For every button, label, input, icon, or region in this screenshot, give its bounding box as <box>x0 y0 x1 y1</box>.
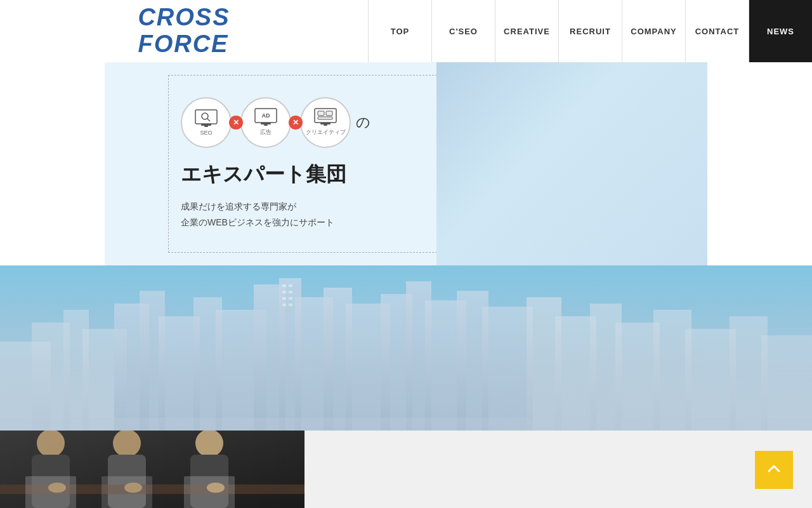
ad-icon-circle: AD 広告 <box>240 97 291 148</box>
main-nav: TOP C'SEO CREATIVE RECRUIT COMPANY CONTA… <box>368 0 812 62</box>
svg-point-84 <box>207 483 225 493</box>
svg-rect-67 <box>289 297 292 300</box>
svg-rect-14 <box>324 124 327 126</box>
desk-scene-svg <box>0 431 304 508</box>
svg-point-76 <box>195 431 223 457</box>
seo-label: SEO <box>200 130 212 136</box>
svg-rect-69 <box>289 304 292 306</box>
svg-rect-0 <box>195 110 217 124</box>
hands-desk-visual <box>0 431 304 508</box>
bottom-left-image <box>0 431 304 508</box>
hero-section: SEO ✕ AD 広告 ✕ <box>105 62 707 265</box>
svg-point-83 <box>124 483 142 493</box>
hero-right-image <box>436 62 708 265</box>
nav-cseo[interactable]: C'SEO <box>431 0 495 62</box>
nav-news[interactable]: NEWS <box>749 0 812 62</box>
svg-rect-10 <box>318 111 324 116</box>
nav-recruit[interactable]: RECRUIT <box>558 0 622 62</box>
svg-rect-11 <box>326 111 332 116</box>
svg-point-82 <box>48 483 66 493</box>
x-separator-2: ✕ <box>289 116 303 130</box>
svg-rect-64 <box>282 291 286 293</box>
svg-rect-63 <box>289 284 292 287</box>
logo: CROSS FORCE <box>138 4 230 58</box>
ad-label: 広告 <box>260 128 272 137</box>
creative-icon-circle: クリエイティブ <box>300 97 351 148</box>
svg-rect-66 <box>282 297 286 300</box>
hero-heading: エキスパート集団 <box>181 161 417 189</box>
nav-contact[interactable]: CONTACT <box>685 0 749 62</box>
svg-rect-4 <box>204 126 208 127</box>
svg-point-72 <box>37 431 65 457</box>
svg-rect-3 <box>201 124 211 126</box>
svg-rect-62 <box>282 284 286 287</box>
hero-subtext: 成果だけを追求する専門家が 企業のWEBビジネスを強力にサポート <box>181 199 417 231</box>
city-skyline-svg <box>0 265 812 431</box>
svg-rect-53 <box>482 307 533 431</box>
svg-rect-79 <box>25 476 76 508</box>
svg-rect-81 <box>184 476 235 508</box>
bottom-right-area <box>304 431 812 508</box>
svg-rect-70 <box>0 418 812 431</box>
service-icons-row: SEO ✕ AD 広告 ✕ <box>181 97 417 148</box>
svg-rect-13 <box>320 123 331 124</box>
svg-rect-59 <box>685 329 736 431</box>
header: CROSS FORCE TOP C'SEO CREATIVE RECRUIT C… <box>0 0 812 62</box>
scroll-top-icon <box>766 461 782 479</box>
x-separator-1: ✕ <box>229 116 243 130</box>
hero-left: SEO ✕ AD 広告 ✕ <box>105 62 436 265</box>
nav-company[interactable]: COMPANY <box>622 0 685 62</box>
nav-top[interactable]: TOP <box>368 0 431 62</box>
city-section <box>0 265 812 431</box>
svg-rect-80 <box>102 476 152 508</box>
svg-rect-65 <box>289 291 292 293</box>
svg-rect-68 <box>282 304 286 306</box>
seo-icon-circle: SEO <box>181 97 232 148</box>
bottom-section <box>0 431 812 508</box>
nav-creative[interactable]: CREATIVE <box>495 0 558 62</box>
connector-text: の <box>356 113 370 132</box>
hero-bg <box>436 62 708 265</box>
svg-text:AD: AD <box>262 112 270 119</box>
logo-area: CROSS FORCE <box>0 0 368 62</box>
creative-label: クリエイティブ <box>306 128 346 137</box>
svg-rect-57 <box>615 323 660 431</box>
svg-rect-8 <box>264 124 268 126</box>
scroll-top-button[interactable] <box>755 451 793 489</box>
svg-rect-61 <box>761 335 812 431</box>
svg-rect-7 <box>261 123 271 124</box>
svg-rect-12 <box>318 117 332 119</box>
svg-point-74 <box>113 431 141 457</box>
